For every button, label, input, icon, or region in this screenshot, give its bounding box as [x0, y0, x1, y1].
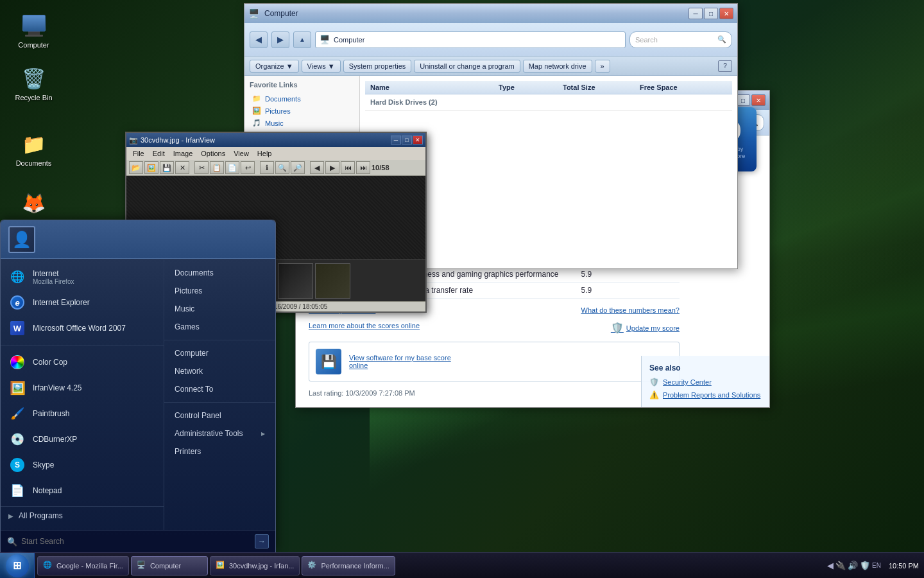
- menu-paintbrush-label: Paintbrush: [33, 409, 156, 418]
- explorer-back-btn[interactable]: ◀: [250, 31, 268, 48]
- menu-right-admin-tools[interactable]: Administrative Tools: [164, 425, 275, 442]
- explorer-close-btn[interactable]: ✕: [719, 8, 733, 19]
- what-numbers-mean-link[interactable]: What do these numbers mean?: [581, 306, 680, 314]
- explorer-search-box[interactable]: Search 🔍: [629, 31, 732, 48]
- irfanview-menu-help[interactable]: Help: [253, 148, 276, 159]
- irfanview-tool-delete[interactable]: ✕: [175, 161, 189, 174]
- start-button[interactable]: ⊞: [0, 553, 35, 579]
- irfanview-tool-first[interactable]: ⏮: [341, 161, 355, 174]
- start-search-input[interactable]: [21, 537, 251, 546]
- taskbar-irfanview-label: 30cvdhw.jpg - Irfan...: [229, 562, 295, 570]
- explorer-address-text: Computer: [334, 36, 364, 44]
- perf-links-2: Learn more about the scores online 🛡️ Up…: [309, 322, 680, 334]
- systray-arrow[interactable]: ◀: [827, 561, 834, 570]
- menu-cdburner-label: CDBurnerXP: [33, 435, 156, 444]
- irfanview-tool-zoomin[interactable]: 🔍: [275, 161, 289, 174]
- thumb-5[interactable]: [278, 263, 313, 299]
- more-btn[interactable]: »: [595, 60, 610, 73]
- menu-internet-sublabel: Mozilla Firefox: [33, 278, 74, 285]
- hard-disk-label: Hard Disk Drives (2): [365, 94, 732, 110]
- irfanview-tool-thumbnail[interactable]: 🖼️: [144, 161, 158, 174]
- irfanview-tool-info[interactable]: ℹ: [260, 161, 274, 174]
- irfanview-tool-save[interactable]: 💾: [160, 161, 174, 174]
- perf-maximize-btn[interactable]: □: [736, 94, 750, 106]
- menu-item-word[interactable]: W Microsoft Office Word 2007: [1, 315, 164, 341]
- menu-right-computer[interactable]: Computer: [164, 344, 275, 362]
- menu-right-connect-to[interactable]: Connect To: [164, 380, 275, 398]
- irfanview-tool-last[interactable]: ⏭: [356, 161, 370, 174]
- irfanview-tool-zoomout[interactable]: 🔎: [291, 161, 305, 174]
- explorer-up-btn[interactable]: ▲: [293, 31, 311, 48]
- irfanview-tool-paste[interactable]: 📄: [225, 161, 239, 174]
- irfanview-menu-image[interactable]: Image: [169, 148, 197, 159]
- irfanview-menu-options[interactable]: Options: [197, 148, 229, 159]
- irfanview-menu-edit[interactable]: Edit: [149, 148, 169, 159]
- menu-right-documents[interactable]: Documents: [164, 264, 275, 282]
- irfanview-menu-file[interactable]: File: [129, 148, 148, 159]
- uninstall-btn[interactable]: Uninstall or change a program: [414, 60, 520, 73]
- software-link[interactable]: View software for my base score online: [349, 354, 451, 369]
- menu-item-paintbrush[interactable]: 🖌️ Paintbrush: [1, 401, 164, 426]
- organize-btn[interactable]: Organize ▼: [250, 60, 299, 73]
- taskbar-task-computer[interactable]: 🖥️ Computer: [131, 556, 208, 575]
- firefox-icon: 🦊: [21, 191, 47, 216]
- menu-right-pictures[interactable]: Pictures: [164, 282, 275, 300]
- irfanview-close-btn[interactable]: ✕: [413, 136, 423, 144]
- learn-scores-link[interactable]: Learn more about the scores online: [309, 322, 420, 334]
- menu-item-skype[interactable]: S Skype: [1, 452, 164, 478]
- taskbar-clock[interactable]: 10:50 PM: [884, 562, 919, 570]
- menu-item-cdburner[interactable]: 💿 CDBurnerXP: [1, 426, 164, 452]
- menu-right-games[interactable]: Games: [164, 318, 275, 336]
- search-icon: 🔍: [7, 537, 17, 547]
- irfanview-maximize-btn[interactable]: □: [402, 136, 412, 144]
- menu-item-irfanview[interactable]: 🖼️ IrfanView 4.25: [1, 375, 164, 401]
- taskbar-task-irfanview[interactable]: 🖼️ 30cvdhw.jpg - Irfan...: [210, 556, 300, 575]
- desktop-icon-documents[interactable]: 📁 Documents: [10, 131, 58, 168]
- irfanview-tool-next[interactable]: ▶: [325, 161, 339, 174]
- sidebar-music-link[interactable]: 🎵 Music: [250, 117, 354, 129]
- desktop-icon-computer-label: Computer: [18, 41, 49, 49]
- problem-reports-link[interactable]: ⚠️ Problem Reports and Solutions: [649, 390, 762, 399]
- taskbar-task-perf[interactable]: ⚙️ Performance Inform...: [302, 556, 395, 575]
- explorer-help-btn[interactable]: ?: [718, 60, 732, 72]
- search-submit-btn[interactable]: →: [255, 534, 269, 548]
- menu-word-label: Microsoft Office Word 2007: [33, 324, 156, 333]
- desktop-icon-recycle-label: Recycle Bin: [15, 94, 52, 102]
- update-score-link[interactable]: 🛡️ Update my score: [611, 322, 680, 334]
- menu-all-programs[interactable]: All Programs: [1, 506, 164, 525]
- irfanview-tool-open[interactable]: 📂: [129, 161, 143, 174]
- desktop-icon-recycle-bin[interactable]: 🗑️ Recycle Bin: [10, 66, 58, 102]
- perf-close-btn[interactable]: ✕: [751, 94, 766, 106]
- sidebar-pictures-link[interactable]: 🖼️ Pictures: [250, 105, 354, 117]
- views-btn[interactable]: Views ▼: [302, 60, 341, 73]
- start-search-bar: 🔍 →: [1, 530, 275, 552]
- taskbar-task-firefox[interactable]: 🌐 Google - Mozilla Fir...: [37, 556, 129, 575]
- explorer-window-controls: ─ □ ✕: [689, 8, 733, 19]
- system-properties-btn[interactable]: System properties: [343, 60, 412, 73]
- explorer-forward-btn[interactable]: ▶: [271, 31, 289, 48]
- col-total-size: Total Size: [563, 83, 640, 91]
- menu-item-internet[interactable]: 🌐 Internet Mozilla Firefox: [1, 264, 164, 290]
- irfanview-tool-prev[interactable]: ◀: [310, 161, 324, 174]
- explorer-maximize-btn[interactable]: □: [704, 8, 718, 19]
- security-center-link[interactable]: 🛡️ Security Center: [649, 378, 762, 387]
- menu-item-notepad[interactable]: 📄 Notepad: [1, 478, 164, 504]
- thumb-6[interactable]: [315, 263, 350, 299]
- menu-right-music[interactable]: Music: [164, 300, 275, 318]
- desktop-icon-computer[interactable]: Computer: [10, 13, 58, 49]
- menu-item-ie[interactable]: e Internet Explorer: [1, 290, 164, 315]
- sidebar-documents-link[interactable]: 📁 Documents: [250, 92, 354, 105]
- menu-right-network[interactable]: Network: [164, 362, 275, 380]
- irfanview-menu-view[interactable]: View: [230, 148, 253, 159]
- irfanview-tool-copy[interactable]: 📋: [210, 161, 224, 174]
- menu-item-colorcop[interactable]: Color Cop: [1, 349, 164, 375]
- irfanview-minimize-btn[interactable]: ─: [391, 136, 401, 144]
- irfanview-tool-undo[interactable]: ↩: [241, 161, 255, 174]
- menu-right-printers[interactable]: Printers: [164, 442, 275, 460]
- taskbar: ⊞ 🌐 Google - Mozilla Fir... 🖥️ Computer …: [0, 552, 924, 578]
- explorer-address-bar[interactable]: 🖥️ Computer: [315, 31, 626, 48]
- map-network-btn[interactable]: Map network drive: [523, 60, 592, 73]
- explorer-minimize-btn[interactable]: ─: [689, 8, 703, 19]
- irfanview-tool-cut[interactable]: ✂: [194, 161, 209, 174]
- menu-right-control-panel[interactable]: Control Panel: [164, 407, 275, 425]
